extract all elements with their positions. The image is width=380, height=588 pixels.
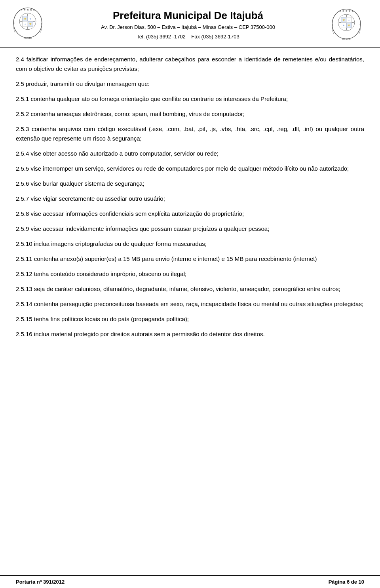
paragraph-2-5-6: 2.5.6 vise burlar qualquer sistema de se… bbox=[16, 179, 364, 188]
paragraph-2-5-9: 2.5.9 vise acessar indevidamente informa… bbox=[16, 224, 364, 234]
svg-text:ITAJUBÁ: ITAJUBÁ bbox=[342, 38, 351, 40]
paragraph-2-5-1: 2.5.1 contenha qualquer ato ou forneça o… bbox=[16, 94, 364, 104]
coat-of-arms-right-svg: ★ ★ ★ ★ ★ ITAJUBÁ ★ ✦ ✦ ★ bbox=[327, 8, 366, 42]
paragraph-2-4: 2.4 falsificar informações de endereçame… bbox=[16, 55, 364, 74]
footer-portaria: Portaria nº 391/2012 bbox=[16, 579, 65, 585]
svg-text:✦: ✦ bbox=[24, 23, 26, 25]
paragraph-2-5-2: 2.5.2 contenha ameaças eletrônicas, como… bbox=[16, 109, 364, 119]
paragraph-2-5-7: 2.5.7 vise vigiar secretamente ou assedi… bbox=[16, 194, 364, 204]
header-subtitle-line2: Tel. (035) 3692 -1702 – Fax (035) 3692-1… bbox=[55, 33, 321, 41]
svg-text:✦: ✦ bbox=[343, 24, 345, 27]
svg-text:★: ★ bbox=[29, 22, 32, 26]
footer: Portaria nº 391/2012 Página 6 de 10 bbox=[0, 575, 380, 588]
svg-text:★ ★ ★ ★ ★: ★ ★ ★ ★ ★ bbox=[20, 8, 35, 11]
svg-text:ITAJUBÁ: ITAJUBÁ bbox=[24, 37, 32, 39]
paragraph-2-5-4: 2.5.4 vise obter acesso não autorizado a… bbox=[16, 149, 364, 158]
header-title: Prefeitura Municipal De Itajubá bbox=[55, 10, 321, 22]
paragraph-2-5-13: 2.5.13 seja de caráter calunioso, difama… bbox=[16, 284, 364, 294]
svg-text:★: ★ bbox=[24, 17, 27, 21]
main-content: 2.4 falsificar informações de endereçame… bbox=[0, 48, 380, 348]
paragraph-2-5-8: 2.5.8 vise acessar informações confidenc… bbox=[16, 209, 364, 219]
header-text-block: Prefeitura Municipal De Itajubá Av. Dr. … bbox=[51, 10, 325, 40]
paragraph-2-5: 2.5 produzir, transmitir ou divulgar men… bbox=[16, 79, 364, 89]
header: ★ ★ ★ ★ ★ ITAJUBÁ ★ ✦ ✦ ★ bbox=[0, 0, 380, 48]
coat-of-arms-svg: ★ ★ ★ ★ ★ ITAJUBÁ ★ ✦ ✦ ★ bbox=[8, 7, 48, 41]
paragraph-2-5-16: 2.5.16 inclua material protegido por dir… bbox=[16, 329, 364, 339]
page: ★ ★ ★ ★ ★ ITAJUBÁ ★ ✦ ✦ ★ bbox=[0, 0, 380, 588]
paragraph-2-5-14: 2.5.14 contenha perseguição preconceituo… bbox=[16, 299, 364, 309]
svg-text:★: ★ bbox=[342, 18, 345, 22]
paragraph-2-5-5: 2.5.5 vise interromper um serviço, servi… bbox=[16, 164, 364, 173]
paragraph-2-5-10: 2.5.10 inclua imagens criptografadas ou … bbox=[16, 239, 364, 249]
paragraph-2-5-12: 2.5.12 tenha conteúdo considerado impróp… bbox=[16, 269, 364, 279]
paragraph-2-5-15: 2.5.15 tenha fins políticos locais ou do… bbox=[16, 314, 364, 324]
header-subtitle-line1: Av. Dr. Jerson Dias, 500 – Estiva – Itaj… bbox=[55, 23, 321, 31]
svg-text:★: ★ bbox=[348, 23, 350, 27]
paragraph-2-5-11: 2.5.11 contenha anexo(s) superior(es) a … bbox=[16, 254, 364, 264]
paragraph-2-5-3: 2.5.3 contenha arquivos com código execu… bbox=[16, 124, 364, 143]
coat-of-arms-left: ★ ★ ★ ★ ★ ITAJUBÁ ★ ✦ ✦ ★ bbox=[8, 7, 51, 43]
svg-text:★ ★ ★ ★ ★: ★ ★ ★ ★ ★ bbox=[339, 10, 353, 12]
svg-text:✦: ✦ bbox=[29, 18, 31, 20]
coat-of-arms-right: ★ ★ ★ ★ ★ ITAJUBÁ ★ ✦ ✦ ★ bbox=[325, 7, 368, 43]
svg-text:✦: ✦ bbox=[348, 19, 350, 21]
footer-page: Página 6 de 10 bbox=[329, 579, 364, 585]
